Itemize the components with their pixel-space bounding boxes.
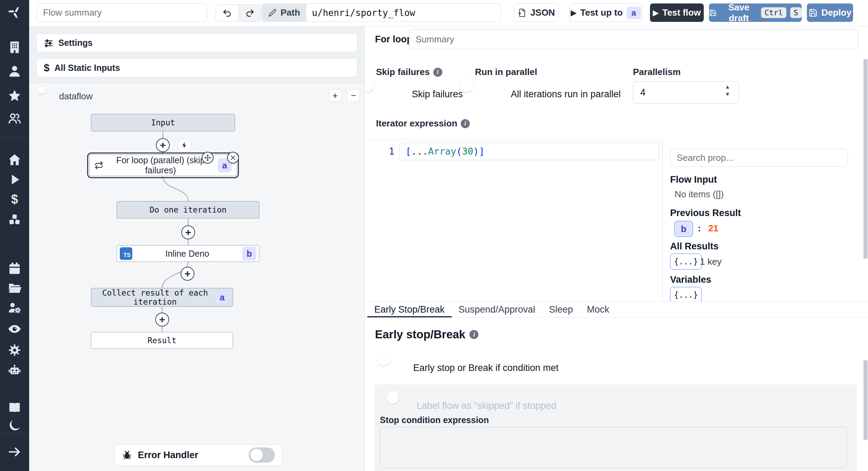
tab-mock[interactable]: Mock bbox=[580, 302, 616, 317]
groups-users-icon[interactable] bbox=[7, 110, 23, 126]
dataflow-label: dataflow bbox=[59, 91, 93, 102]
all-results-count: 1 key bbox=[700, 256, 721, 267]
error-handler-bar: Error Handler bbox=[115, 445, 282, 465]
insert-step-button[interactable]: + bbox=[156, 138, 170, 152]
input-node[interactable]: Input bbox=[91, 114, 235, 131]
error-handler-toggle[interactable] bbox=[249, 447, 275, 463]
all-results-title: All Results bbox=[670, 241, 719, 252]
scrollbar-thumb[interactable] bbox=[863, 360, 868, 440]
insert-step-button[interactable]: + bbox=[181, 225, 195, 239]
delete-node-button[interactable] bbox=[227, 152, 239, 164]
object-expand-badge[interactable]: {...} bbox=[670, 254, 702, 270]
move-node-button[interactable] bbox=[202, 152, 214, 164]
flow-input-title: Flow Input bbox=[670, 174, 717, 185]
shortcut-key: Ctrl bbox=[761, 7, 786, 18]
info-icon[interactable]: i bbox=[461, 119, 470, 128]
trigger-bolt-button[interactable] bbox=[177, 138, 191, 152]
insert-step-button[interactable]: + bbox=[181, 267, 194, 281]
tab-sleep[interactable]: Sleep bbox=[542, 302, 580, 317]
undo-button[interactable] bbox=[216, 5, 239, 21]
all-static-inputs-button[interactable]: $ All Static Inputs bbox=[36, 58, 357, 77]
step-id-badge: a bbox=[215, 291, 229, 304]
stop-condition-editor[interactable] bbox=[380, 427, 847, 468]
bug-icon bbox=[122, 450, 132, 460]
settings-gear-icon[interactable] bbox=[7, 342, 23, 358]
scrollbar-thumb[interactable] bbox=[863, 59, 868, 259]
runs-play-icon[interactable] bbox=[7, 172, 23, 188]
deploy-button[interactable]: Deploy bbox=[807, 3, 853, 22]
search-prop-input[interactable] bbox=[670, 149, 848, 167]
workers-robot-icon[interactable] bbox=[7, 363, 23, 379]
bottom-tabs: Early Stop/Break Suspend/Approval Sleep … bbox=[365, 301, 868, 317]
variables-dollar-icon[interactable]: $ bbox=[7, 191, 23, 207]
stepper-down-icon: ▼ bbox=[725, 91, 730, 97]
workspace-building-icon[interactable] bbox=[7, 39, 23, 55]
stop-condition-title: Stop condition expression bbox=[380, 415, 489, 425]
run-in-parallel-toggle-label: All iterations run in parallel bbox=[511, 89, 621, 100]
tab-suspend-approval[interactable]: Suspend/Approval bbox=[452, 302, 542, 317]
step-summary-input[interactable] bbox=[409, 29, 858, 49]
iterator-code-editor[interactable]: 1 [...Array(30)] bbox=[365, 140, 662, 301]
flow-summary-input[interactable] bbox=[36, 3, 207, 22]
early-stop-heading: Early stop/Break i bbox=[375, 328, 478, 341]
pencil-icon bbox=[268, 8, 277, 17]
previous-result-title: Previous Result bbox=[670, 208, 741, 218]
step-id-badge: b bbox=[242, 247, 256, 261]
sidebar: $ bbox=[0, 0, 29, 471]
info-icon[interactable]: i bbox=[469, 330, 478, 339]
docs-book-icon[interactable] bbox=[7, 400, 23, 416]
typescript-icon: TS bbox=[120, 247, 132, 260]
parallelism-input[interactable]: 4 bbox=[633, 81, 739, 104]
shortcut-key: S bbox=[790, 7, 802, 18]
line-number: 1 bbox=[378, 146, 394, 157]
insert-step-button[interactable]: + bbox=[155, 313, 169, 327]
skip-failures-title: Skip failures i bbox=[376, 67, 442, 77]
tab-early-stop-break[interactable]: Early Stop/Break bbox=[367, 302, 452, 317]
save-draft-button[interactable]: Save draft Ctrl S bbox=[709, 3, 802, 22]
info-icon[interactable]: i bbox=[433, 68, 442, 77]
forloop-node[interactable]: For loop (parallel) (skip failures) a bbox=[89, 155, 237, 176]
home-icon[interactable] bbox=[7, 152, 23, 168]
number-stepper[interactable]: ▲ ▼ bbox=[725, 84, 730, 97]
move-icon bbox=[204, 154, 211, 161]
windmill-logo-icon[interactable] bbox=[7, 4, 23, 20]
user-icon[interactable] bbox=[7, 63, 23, 79]
dark-mode-moon-icon[interactable] bbox=[7, 418, 23, 433]
inline-deno-node[interactable]: TS Inline Deno b bbox=[117, 245, 259, 262]
dollar-icon: $ bbox=[44, 62, 50, 74]
bolt-icon bbox=[181, 141, 188, 149]
path-edit-button[interactable]: Path bbox=[262, 3, 306, 22]
main-area: Path JSON ▶ Test up to a ▶ Test flow Sav… bbox=[29, 0, 868, 471]
groups-gear-icon[interactable] bbox=[7, 300, 23, 316]
test-flow-button[interactable]: ▶ Test flow bbox=[650, 3, 704, 22]
key-separator: : bbox=[698, 223, 701, 234]
audit-eye-icon[interactable] bbox=[7, 321, 23, 337]
path-input[interactable] bbox=[306, 3, 501, 22]
close-icon bbox=[230, 155, 236, 160]
test-up-to-button[interactable]: ▶ Test up to a bbox=[569, 3, 642, 22]
zoom-out-button[interactable]: − bbox=[347, 89, 360, 102]
repeat-icon bbox=[94, 161, 103, 170]
early-stop-toggle-label: Early stop or Break if condition met bbox=[413, 363, 559, 373]
json-button[interactable]: JSON bbox=[514, 3, 559, 22]
schedules-calendar-icon[interactable] bbox=[7, 261, 23, 276]
zoom-in-button[interactable]: + bbox=[329, 89, 341, 102]
object-expand-badge[interactable]: {...} bbox=[670, 287, 702, 303]
skip-failures-toggle-label: Skip failures bbox=[412, 89, 463, 100]
folders-icon[interactable] bbox=[7, 280, 23, 296]
result-key-badge[interactable]: b bbox=[674, 221, 693, 237]
topbar: Path JSON ▶ Test up to a ▶ Test flow Sav… bbox=[29, 0, 868, 26]
expand-arrow-right-icon[interactable] bbox=[7, 444, 23, 460]
divider bbox=[662, 140, 663, 301]
result-node[interactable]: Result bbox=[91, 332, 233, 349]
play-icon: ▶ bbox=[653, 9, 659, 16]
graph-toolbar: Settings $ All Static Inputs bbox=[29, 26, 365, 83]
favorites-star-icon[interactable] bbox=[7, 88, 23, 104]
redo-button[interactable] bbox=[239, 5, 261, 21]
resources-cubes-icon[interactable] bbox=[7, 212, 23, 228]
step-badge: a bbox=[627, 7, 641, 19]
collect-result-node[interactable]: Collect result of each iteration a bbox=[91, 288, 233, 307]
flow-settings-button[interactable]: Settings bbox=[36, 34, 357, 52]
do-one-iteration-node[interactable]: Do one iteration bbox=[117, 201, 259, 218]
flow-input-empty: No items ([]) bbox=[675, 189, 724, 200]
